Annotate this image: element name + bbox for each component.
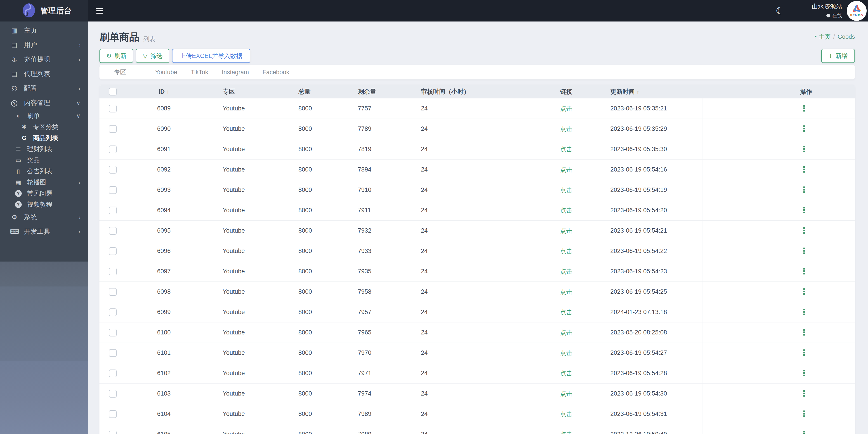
open-link[interactable]: 点击 (560, 411, 572, 417)
row-actions-menu-icon[interactable]: ⋮ (800, 288, 808, 295)
row-actions-menu-icon[interactable]: ⋮ (800, 125, 808, 133)
row-checkbox[interactable] (109, 186, 117, 194)
open-link[interactable]: 点击 (560, 207, 572, 214)
cell-remain: 7757 (338, 105, 398, 112)
row-actions-menu-icon[interactable]: ⋮ (800, 145, 808, 153)
add-button[interactable]: + 新增 (821, 49, 855, 63)
app-title: 管理后台 (40, 6, 72, 16)
row-checkbox[interactable] (109, 227, 117, 235)
open-link[interactable]: 点击 (560, 146, 572, 153)
row-actions-menu-icon[interactable]: ⋮ (800, 431, 808, 434)
open-link[interactable]: 点击 (560, 268, 572, 275)
row-actions-menu-icon[interactable]: ⋮ (800, 105, 808, 112)
sidebar-item-address-book-1[interactable]: ▤用户‹ (0, 38, 88, 52)
row-checkbox[interactable] (109, 145, 117, 153)
open-link[interactable]: 点击 (560, 329, 572, 336)
cell-id: 6090 (127, 125, 201, 133)
row-actions-menu-icon[interactable]: ⋮ (800, 390, 808, 397)
open-link[interactable]: 点击 (560, 289, 572, 295)
row-checkbox[interactable] (109, 309, 117, 316)
sidebar-item-list-9[interactable]: ☰理财列表 (0, 143, 88, 154)
open-link[interactable]: 点击 (560, 187, 572, 194)
row-checkbox[interactable] (109, 125, 117, 133)
open-link[interactable]: 点击 (560, 431, 572, 434)
open-link[interactable]: 点击 (560, 227, 572, 234)
row-actions-menu-icon[interactable]: ⋮ (800, 370, 808, 377)
row-actions-menu-icon[interactable]: ⋮ (800, 410, 808, 417)
cell-id: 6096 (127, 248, 201, 255)
column-header-id[interactable]: ID↑ (127, 88, 201, 95)
sidebar-item-bar-chart-0[interactable]: ▥主页 (0, 23, 88, 38)
row-checkbox[interactable] (109, 349, 117, 357)
sidebar-item-g-8[interactable]: G商品列表 (0, 133, 88, 143)
row-checkbox[interactable] (109, 329, 117, 337)
sidebar-item-file-11[interactable]: ▯公告列表 (0, 166, 88, 177)
refresh-button[interactable]: ↻ 刷新 (99, 49, 133, 63)
row-checkbox[interactable] (109, 390, 117, 398)
sidebar-item-ear-4[interactable]: ☊配置‹ (0, 81, 88, 96)
row-checkbox[interactable] (109, 370, 117, 377)
hamburger-icon[interactable] (96, 6, 105, 16)
cell-action: ⋮ (703, 282, 855, 302)
sidebar-item-anchor-2[interactable]: ⚓充值提现‹ (0, 52, 88, 67)
sidebar-item-gear-15[interactable]: ⚙系统‹ (0, 210, 88, 225)
sidebar-item-question-circle-14[interactable]: ?视频教程 (0, 199, 88, 210)
row-actions-menu-icon[interactable]: ⋮ (800, 207, 808, 214)
cell-action: ⋮ (703, 404, 855, 424)
open-link[interactable]: 点击 (560, 390, 572, 397)
open-link[interactable]: 点击 (560, 105, 572, 112)
open-link[interactable]: 点击 (560, 370, 572, 377)
cell-zone: Youtube (201, 349, 278, 356)
sidebar-item-keyboard-16[interactable]: ⌨开发工具‹ (0, 225, 88, 239)
row-actions-menu-icon[interactable]: ⋮ (800, 227, 808, 234)
tab-youtube[interactable]: Youtube (155, 69, 177, 76)
row-actions-menu-icon[interactable]: ⋮ (800, 186, 808, 194)
row-checkbox[interactable] (109, 105, 117, 112)
row-actions-menu-icon[interactable]: ⋮ (800, 349, 808, 356)
row-checkbox[interactable] (109, 431, 117, 434)
cell-zone: Youtube (201, 288, 278, 295)
row-checkbox[interactable] (109, 207, 117, 214)
row-actions-menu-icon[interactable]: ⋮ (800, 329, 808, 336)
sidebar-item-image-12[interactable]: ▦轮播图‹ (0, 177, 88, 188)
open-link[interactable]: 点击 (560, 248, 572, 255)
open-link[interactable]: 点击 (560, 350, 572, 356)
chevron-left-icon: ‹ (79, 86, 81, 91)
row-checkbox[interactable] (109, 410, 117, 418)
row-actions-menu-icon[interactable]: ⋮ (800, 247, 808, 255)
sidebar-item-money-10[interactable]: ▭奖品 (0, 154, 88, 166)
open-link[interactable]: 点击 (560, 125, 572, 133)
sidebar-item-adjust-6[interactable]: ◐刷单∨ (0, 110, 88, 121)
tab-tiktok[interactable]: TikTok (191, 69, 208, 76)
column-header-updated[interactable]: 更新时间 ↑ (588, 88, 703, 96)
sidebar-item-help-circle-5[interactable]: ?内容管理∨ (0, 96, 88, 110)
cell-link: 点击 (537, 430, 588, 434)
upload-excel-button[interactable]: 上传EXCEL并导入数据 (172, 49, 250, 63)
filter-icon: ▽ (143, 53, 148, 59)
row-actions-menu-icon[interactable]: ⋮ (800, 268, 808, 275)
cell-zone: Youtube (201, 329, 278, 336)
sidebar-item-address-book-3[interactable]: ▤代理列表 (0, 67, 88, 81)
breadcrumb-home-link[interactable]: ◔ 主页 (813, 33, 831, 41)
select-all-checkbox[interactable] (109, 88, 117, 95)
tab-instagram[interactable]: Instagram (222, 69, 249, 76)
tab-facebook[interactable]: Facebook (262, 69, 289, 76)
cell-action: ⋮ (703, 363, 855, 383)
cell-total: 8000 (278, 410, 338, 417)
row-checkbox[interactable] (109, 288, 117, 296)
row-checkbox[interactable] (109, 268, 117, 276)
open-link[interactable]: 点击 (560, 309, 572, 316)
topbar: 管理后台 ☾ 山水资源站 在线 R (0, 0, 868, 22)
row-checkbox[interactable] (109, 166, 117, 174)
sort-asc-icon: ↑ (637, 89, 639, 95)
row-checkbox[interactable] (109, 247, 117, 255)
sidebar-item-question-circle-13[interactable]: ?常见问题 (0, 188, 88, 199)
avatar[interactable]: REMDO (847, 1, 867, 21)
question-circle-icon: ? (14, 201, 23, 208)
sidebar-item-asterisk-7[interactable]: ✱专区分类 (0, 121, 88, 133)
filter-button[interactable]: ▽ 筛选 (136, 49, 169, 63)
row-actions-menu-icon[interactable]: ⋮ (800, 309, 808, 316)
moon-icon[interactable]: ☾ (776, 6, 784, 16)
row-actions-menu-icon[interactable]: ⋮ (800, 166, 808, 173)
open-link[interactable]: 点击 (560, 166, 572, 173)
